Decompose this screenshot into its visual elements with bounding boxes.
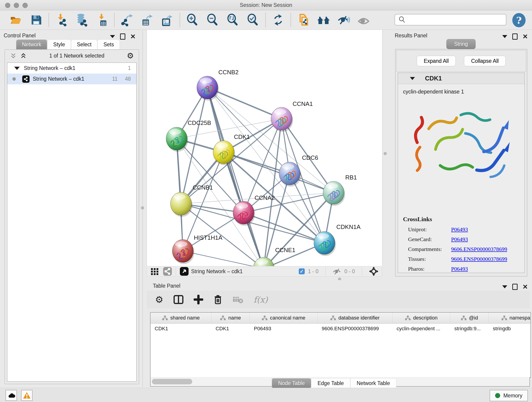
export-network-button[interactable] bbox=[120, 13, 133, 26]
search-field[interactable] bbox=[394, 14, 506, 26]
network-options-gear-icon[interactable]: ⚙ bbox=[127, 51, 134, 60]
node-CDKN1A[interactable]: CDKN1A bbox=[314, 223, 361, 256]
crosslink-link[interactable]: 9606.ENSP00000378699 bbox=[451, 246, 507, 252]
hide-panels-button[interactable] bbox=[337, 13, 350, 26]
column-header-database-identifier[interactable]: database identifier bbox=[317, 313, 393, 323]
table-cell[interactable]: stringdb bbox=[489, 324, 531, 334]
undock-panel-icon[interactable] bbox=[120, 33, 125, 40]
column-header-shared-name[interactable]: shared name bbox=[151, 313, 211, 323]
home-button[interactable] bbox=[317, 13, 330, 26]
crosslink-link[interactable]: P06493 bbox=[451, 226, 468, 233]
right-splitter-handle[interactable] bbox=[384, 152, 387, 155]
table-cell[interactable]: 9606.ENSP00000378699 bbox=[317, 324, 393, 334]
expand-all-button[interactable]: Expand All bbox=[417, 56, 456, 66]
delete-column-trash-icon[interactable] bbox=[213, 294, 222, 305]
scrollbar-thumb[interactable] bbox=[152, 379, 192, 384]
table-row[interactable]: CDK1CDK1P064939606.ENSP00000378699cyclin… bbox=[151, 324, 530, 334]
collapse-all-button[interactable]: Collapse All bbox=[464, 56, 506, 66]
zoom-in-button[interactable] bbox=[186, 13, 199, 26]
column-header-namespace[interactable]: namespace bbox=[489, 313, 531, 323]
gene-card-header[interactable]: CDK1 bbox=[398, 73, 525, 84]
close-panel-icon[interactable]: ✕ bbox=[523, 285, 528, 289]
hidden-eye-icon[interactable] bbox=[332, 268, 341, 275]
crosslink-link[interactable]: P06493 bbox=[451, 236, 468, 242]
table-cell[interactable]: CDK1 bbox=[151, 324, 211, 334]
node-CCNB2[interactable]: CCNB2 bbox=[197, 69, 239, 101]
node-CCNA1[interactable]: CCNA1 bbox=[271, 100, 313, 132]
tab-node-table[interactable]: Node Table bbox=[272, 378, 311, 388]
float-panel-icon[interactable] bbox=[502, 285, 507, 288]
expand-all-networks-icon[interactable] bbox=[20, 52, 27, 59]
tab-edge-table[interactable]: Edge Table bbox=[311, 378, 350, 388]
network-overview-icon[interactable] bbox=[180, 267, 189, 276]
string-network-graph[interactable]: CCNB2 CCNA1 CDC25B CDK1 CDC6 RB1 CCNB1 bbox=[147, 30, 382, 266]
save-session-button[interactable] bbox=[30, 13, 43, 26]
left-splitter-handle[interactable] bbox=[141, 206, 144, 210]
edge-CCNB2-RB1[interactable] bbox=[207, 88, 334, 193]
create-column-plus-icon[interactable] bbox=[194, 295, 203, 304]
edge-CCNA2-CDKN1A[interactable] bbox=[244, 213, 324, 243]
edge-CCNB2-CCNA1[interactable] bbox=[207, 88, 282, 119]
network-row[interactable]: String Network – cdk1 11 48 bbox=[7, 74, 136, 84]
collection-expand-icon[interactable] bbox=[14, 67, 20, 70]
export-image-button[interactable] bbox=[161, 13, 174, 26]
help-button[interactable]: ? bbox=[512, 13, 526, 27]
export-table-button[interactable] bbox=[141, 13, 153, 26]
close-panel-icon[interactable]: ✕ bbox=[130, 34, 136, 39]
refresh-button[interactable] bbox=[272, 13, 285, 26]
collapse-all-networks-icon[interactable] bbox=[10, 52, 17, 59]
show-panels-button[interactable] bbox=[357, 13, 370, 26]
float-panel-icon[interactable] bbox=[110, 35, 115, 38]
center-view-icon[interactable] bbox=[369, 267, 379, 276]
crosslink-link[interactable]: 9606.ENSP00000378699 bbox=[451, 256, 507, 262]
network-collection-row[interactable]: String Network – cdk1 1 bbox=[7, 63, 136, 74]
table-settings-gear-icon[interactable]: ⚙ bbox=[155, 294, 163, 305]
warnings-button[interactable] bbox=[21, 390, 32, 401]
tab-select[interactable]: Select bbox=[71, 39, 98, 50]
memory-button[interactable]: Memory bbox=[490, 390, 528, 401]
undock-panel-icon[interactable] bbox=[512, 284, 518, 290]
column-header-canonical-name[interactable]: canonical name bbox=[250, 313, 317, 323]
table-cell[interactable]: CDK1 bbox=[211, 324, 250, 334]
table-cell[interactable]: cyclin-dependent ... bbox=[393, 324, 450, 334]
zoom-selected-button[interactable] bbox=[247, 13, 259, 26]
node-label-CCNB1: CCNB1 bbox=[193, 184, 213, 191]
open-session-button[interactable] bbox=[10, 13, 22, 26]
network-canvas[interactable]: CCNB2 CCNA1 CDC25B CDK1 CDC6 RB1 CCNB1 bbox=[147, 30, 382, 266]
function-builder-icon[interactable]: f(x) bbox=[254, 295, 268, 304]
show-columns-icon[interactable] bbox=[173, 294, 184, 305]
close-panel-icon[interactable]: ✕ bbox=[523, 34, 528, 39]
tab-network[interactable]: Network bbox=[16, 39, 47, 50]
tab-string[interactable]: String bbox=[446, 39, 476, 49]
table-cell[interactable]: stringdb:9... bbox=[450, 324, 489, 334]
import-network-database-button[interactable] bbox=[75, 13, 88, 26]
tab-sets[interactable]: Sets bbox=[97, 39, 120, 50]
copy-string-network-button[interactable] bbox=[297, 13, 310, 26]
selected-checkbox-icon[interactable]: ✓ bbox=[299, 268, 305, 274]
import-network-file-button[interactable] bbox=[55, 13, 68, 26]
undock-panel-icon[interactable] bbox=[512, 33, 518, 40]
node-RB1[interactable]: RB1 bbox=[323, 174, 357, 206]
share-view-icon[interactable] bbox=[163, 267, 172, 276]
tab-network-table[interactable]: Network Table bbox=[350, 378, 396, 388]
node-CDC6[interactable]: CDC6 bbox=[279, 154, 318, 186]
tab-style[interactable]: Style bbox=[47, 39, 71, 50]
column-header-description[interactable]: description bbox=[393, 313, 450, 323]
import-table-file-button[interactable] bbox=[95, 13, 108, 26]
table-cell[interactable]: P06493 bbox=[250, 324, 317, 334]
column-header--id[interactable]: @id bbox=[450, 313, 489, 323]
node-label-RB1: RB1 bbox=[345, 174, 357, 181]
main-toolbar: ? bbox=[0, 10, 532, 30]
cloud-services-button[interactable] bbox=[6, 390, 17, 401]
gene-collapse-icon[interactable] bbox=[410, 77, 415, 80]
search-input[interactable] bbox=[406, 17, 506, 23]
zoom-fit-button[interactable] bbox=[226, 13, 239, 26]
node-HIST1H1A[interactable]: HIST1H1A bbox=[172, 234, 222, 264]
zoom-out-button[interactable] bbox=[206, 13, 219, 26]
node-CDK1[interactable]: CDK1 bbox=[213, 133, 250, 165]
column-header-name[interactable]: name bbox=[211, 313, 250, 323]
float-panel-icon[interactable] bbox=[502, 35, 507, 38]
delete-table-icon[interactable] bbox=[233, 295, 244, 304]
crosslink-link[interactable]: P06493 bbox=[451, 266, 468, 272]
grid-mode-icon[interactable] bbox=[151, 267, 159, 275]
